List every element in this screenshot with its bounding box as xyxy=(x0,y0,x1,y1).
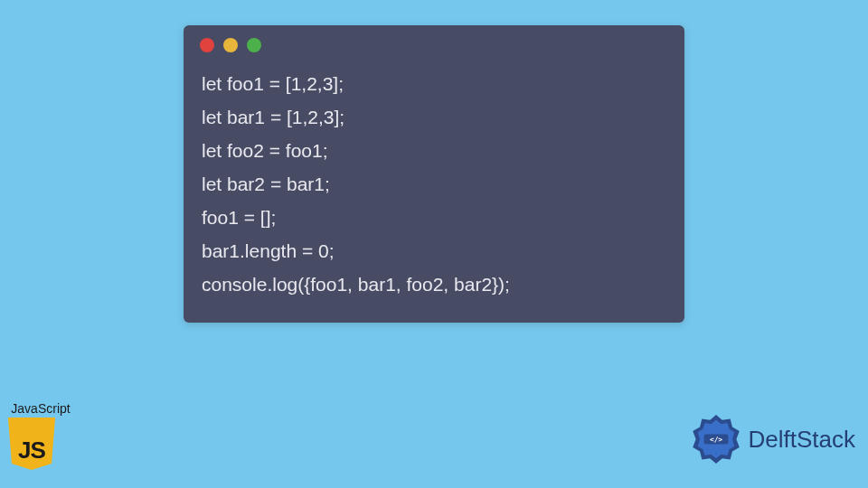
code-line: let bar1 = [1,2,3]; xyxy=(202,100,666,134)
javascript-icon: JS xyxy=(5,418,58,470)
code-line: foo1 = []; xyxy=(202,201,666,234)
code-line: let bar2 = bar1; xyxy=(202,167,666,201)
svg-text:</>: </> xyxy=(709,436,722,444)
delftstack-text: DelftStack xyxy=(749,426,856,454)
javascript-icon-text: JS xyxy=(18,436,45,465)
code-window: let foo1 = [1,2,3]; let bar1 = [1,2,3]; … xyxy=(184,25,684,323)
code-body: let foo1 = [1,2,3]; let bar1 = [1,2,3]; … xyxy=(184,58,684,323)
code-line: let foo1 = [1,2,3]; xyxy=(202,67,666,100)
code-line: console.log({foo1, bar1, foo2, bar2}); xyxy=(202,267,666,301)
javascript-label: JavaScript xyxy=(5,401,76,416)
delftstack-logo: </> DelftStack xyxy=(691,414,856,465)
window-titlebar xyxy=(184,25,684,58)
minimize-icon[interactable] xyxy=(223,38,238,52)
maximize-icon[interactable] xyxy=(247,38,261,52)
code-line: let foo2 = foo1; xyxy=(202,134,666,167)
code-line: bar1.length = 0; xyxy=(202,234,666,267)
close-icon[interactable] xyxy=(200,38,214,52)
javascript-badge: JavaScript JS xyxy=(5,401,76,470)
delftstack-icon: </> xyxy=(691,414,741,465)
